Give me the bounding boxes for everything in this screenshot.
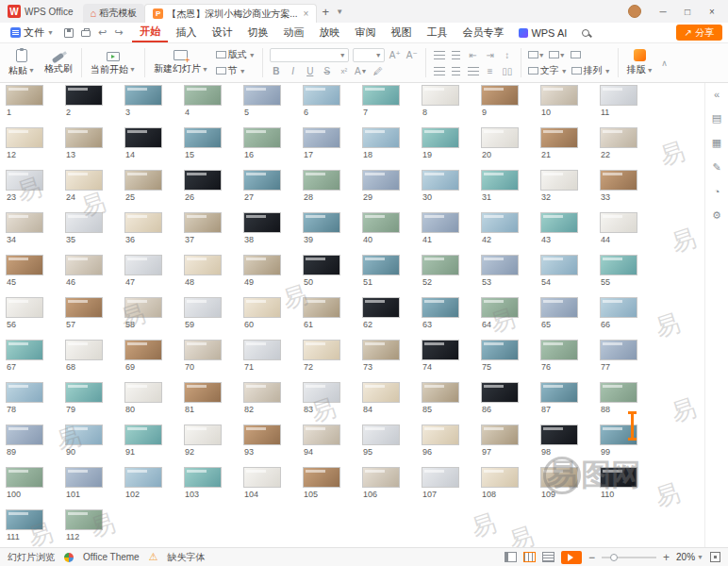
slide-thumbnail[interactable]	[65, 297, 103, 318]
maximize-button[interactable]: □	[675, 2, 700, 21]
slide-thumbnail[interactable]	[540, 424, 578, 445]
slide-thumbnail[interactable]	[6, 297, 43, 318]
slide-thumbnail[interactable]	[184, 467, 222, 488]
slide-thumbnail[interactable]	[303, 297, 340, 318]
theme-panel-icon[interactable]: ◔	[714, 186, 720, 197]
theme-label[interactable]: Office Theme	[83, 552, 140, 562]
font-size-select[interactable]: ▼	[353, 48, 385, 62]
slide-thumbnail[interactable]	[540, 297, 578, 318]
slide-thumbnail[interactable]	[124, 255, 162, 275]
slide-thumbnail[interactable]	[362, 170, 400, 191]
text-tool-button[interactable]: 文字 ▼	[528, 64, 568, 77]
slide-thumbnail[interactable]	[600, 382, 637, 403]
slide-thumbnail[interactable]	[600, 127, 637, 148]
slide-thumbnail[interactable]	[6, 170, 43, 191]
slide-thumbnail[interactable]	[303, 127, 340, 148]
italic-button[interactable]: I	[287, 65, 300, 78]
slide-thumbnail[interactable]	[303, 467, 340, 488]
slide-thumbnail[interactable]	[6, 127, 43, 148]
bullet-list-icon[interactable]	[433, 48, 446, 61]
share-button[interactable]: ↗ 分享	[676, 25, 722, 41]
slide-thumbnail[interactable]	[184, 255, 222, 275]
properties-panel-icon[interactable]: ▤	[712, 112, 721, 125]
slide-thumbnail[interactable]	[124, 340, 162, 360]
paste-button[interactable]: 粘贴▼	[4, 45, 40, 80]
slide-thumbnail[interactable]	[481, 212, 519, 233]
slide-thumbnail[interactable]	[124, 170, 162, 191]
slide-thumbnail[interactable]	[481, 127, 519, 148]
align-left-icon[interactable]	[433, 64, 446, 77]
slide-thumbnail[interactable]	[422, 340, 459, 360]
slide-thumbnail[interactable]	[184, 212, 222, 233]
slide-thumbnail[interactable]	[65, 212, 103, 233]
slide-thumbnail[interactable]	[65, 170, 103, 191]
smart-layout-button[interactable]: 排版▼	[622, 45, 658, 80]
slide-thumbnail[interactable]	[303, 170, 340, 191]
normal-view-icon[interactable]	[505, 552, 517, 562]
redo-icon[interactable]: ↪	[114, 26, 123, 39]
slide-thumbnail[interactable]	[481, 340, 519, 360]
slide-thumbnail[interactable]	[540, 467, 578, 488]
slide-thumbnail[interactable]	[65, 340, 103, 360]
slide-thumbnail[interactable]	[124, 212, 162, 233]
slide-thumbnail[interactable]	[303, 340, 340, 360]
numbered-list-icon[interactable]	[450, 48, 463, 61]
zoom-level[interactable]: 20%▼	[676, 552, 703, 562]
slide-thumbnail[interactable]	[303, 382, 340, 403]
slide-thumbnail[interactable]	[303, 255, 340, 275]
slide-thumbnail[interactable]	[422, 382, 459, 403]
slide-thumbnail[interactable]	[422, 127, 459, 148]
tab-docer-templates[interactable]: ⌂ 稻壳模板	[83, 4, 145, 23]
slide-thumbnail[interactable]	[481, 255, 519, 275]
menu-tab-视图[interactable]: 视图	[383, 23, 419, 42]
slide-thumbnail[interactable]	[6, 85, 43, 106]
slide-thumbnail[interactable]	[243, 255, 281, 275]
format-painter-button[interactable]: 格式刷	[40, 45, 77, 80]
settings-panel-icon[interactable]: ⚙	[712, 209, 721, 222]
shape-outline-button[interactable]: ▼	[549, 48, 566, 61]
play-from-current-button[interactable]: 当前开始▼	[86, 45, 141, 80]
slide-thumbnail[interactable]	[540, 212, 578, 233]
fit-window-icon[interactable]	[710, 552, 720, 562]
slide-thumbnail[interactable]	[362, 297, 400, 318]
file-menu-button[interactable]: 文件 ▼	[6, 25, 58, 40]
zoom-slider-thumb[interactable]	[610, 554, 618, 561]
slide-thumbnail[interactable]	[481, 424, 519, 445]
superscript-button[interactable]: x²	[338, 65, 351, 78]
menu-tab-放映[interactable]: 放映	[311, 23, 347, 42]
menu-tab-开始[interactable]: 开始	[132, 23, 168, 42]
slide-thumbnail[interactable]	[303, 212, 340, 233]
slide-thumbnail[interactable]	[184, 170, 222, 191]
slide-thumbnail[interactable]	[243, 467, 281, 488]
slide-thumbnail[interactable]	[422, 424, 459, 445]
slide-thumbnail[interactable]	[184, 424, 222, 445]
slide-thumbnail[interactable]	[362, 212, 400, 233]
decrease-indent-icon[interactable]: ⇤	[467, 48, 480, 61]
menu-tab-动画[interactable]: 动画	[275, 23, 311, 42]
zoom-slider[interactable]	[602, 557, 656, 558]
slide-thumbnail[interactable]	[124, 127, 162, 148]
slide-thumbnail[interactable]	[362, 255, 400, 275]
slide-thumbnail[interactable]	[184, 340, 222, 360]
slide-thumbnail[interactable]	[124, 85, 162, 106]
underline-button[interactable]: U	[304, 65, 317, 78]
slide-thumbnail[interactable]	[600, 85, 637, 106]
slide-thumbnail[interactable]	[124, 424, 162, 445]
tab-document[interactable]: P 【杰恩】深圳小梅沙商业方案... ×	[144, 4, 317, 23]
slide-thumbnail[interactable]	[481, 170, 519, 191]
slide-thumbnail[interactable]	[422, 85, 459, 106]
slide-thumbnail[interactable]	[303, 85, 340, 106]
slide-thumbnail[interactable]	[124, 382, 162, 403]
slide-thumbnail[interactable]	[243, 127, 281, 148]
slide-thumbnail[interactable]	[6, 255, 43, 275]
layout-button[interactable]: 版式 ▼	[216, 48, 256, 61]
zoom-in-button[interactable]: +	[663, 553, 670, 562]
highlight-button[interactable]: 🖉	[372, 65, 385, 78]
increase-indent-icon[interactable]: ⇥	[484, 48, 497, 61]
slide-thumbnail[interactable]	[540, 382, 578, 403]
increase-font-icon[interactable]: A⁺	[389, 48, 402, 61]
slide-thumbnail[interactable]	[243, 382, 281, 403]
tab-close-icon[interactable]: ×	[304, 8, 309, 19]
slide-thumbnail[interactable]	[65, 255, 103, 275]
slide-thumbnail[interactable]	[243, 340, 281, 360]
